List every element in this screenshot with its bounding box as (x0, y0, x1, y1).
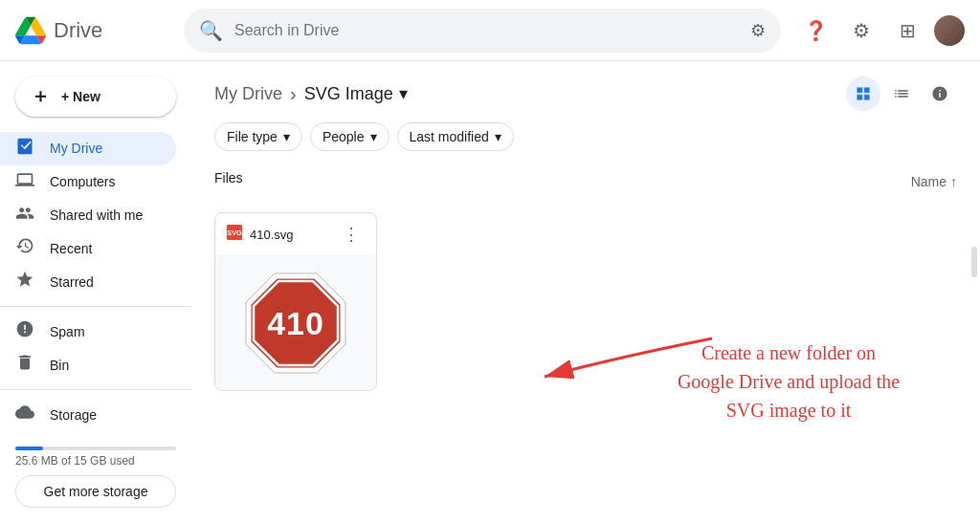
new-button[interactable]: ＋ + New (15, 76, 176, 117)
sidebar-item-my-drive-label: My Drive (50, 141, 102, 156)
sidebar: ＋ + New My Drive Computers Shared with m… (0, 61, 191, 523)
sidebar-item-starred-label: Starred (50, 274, 94, 290)
sidebar-item-spam[interactable]: Spam (0, 315, 176, 348)
storage-bar (15, 447, 176, 450)
breadcrumb: My Drive › SVG Image ▾ (214, 83, 408, 105)
file-card-header: SVG 410.svg ⋮ (215, 213, 376, 256)
scroll-indicator (971, 247, 977, 277)
sidebar-divider-2 (0, 389, 191, 390)
file-grid: SVG 410.svg ⋮ (214, 212, 957, 391)
filter-last-modified-label: Last modified (410, 129, 489, 144)
sidebar-divider (0, 306, 191, 307)
breadcrumb-current-label: SVG Image (304, 84, 393, 104)
view-controls (846, 76, 957, 111)
get-storage-button[interactable]: Get more storage (15, 475, 176, 508)
spam-icon (15, 319, 34, 343)
sidebar-item-bin[interactable]: Bin (0, 348, 176, 381)
filter-sliders-icon[interactable]: ⚙ (750, 20, 766, 41)
svg-text:SVG: SVG (227, 229, 242, 237)
filter-people[interactable]: People ▾ (310, 122, 390, 151)
topbar-right: ❓ ⚙ ⊞ (796, 11, 965, 50)
file-type-icon: SVG (227, 225, 242, 244)
plus-icon: ＋ (31, 83, 50, 109)
sidebar-item-computers[interactable]: Computers (0, 165, 176, 199)
section-label: Files (214, 170, 243, 185)
storage-text: 25.6 MB of 15 GB used (15, 454, 176, 468)
file-preview: 410 (215, 256, 376, 390)
sidebar-item-my-drive[interactable]: My Drive (0, 132, 176, 165)
logo-area: Drive (15, 15, 168, 46)
file-menu-button[interactable]: ⋮ (338, 221, 365, 248)
file-menu-icon: ⋮ (343, 224, 360, 245)
filter-file-type-label: File type (227, 129, 278, 144)
files-section: Files Name ↑ SVG 410.svg (214, 163, 957, 391)
main-layout: ＋ + New My Drive Computers Shared with m… (0, 61, 980, 523)
filter-file-type-icon: ▾ (283, 129, 290, 144)
search-bar[interactable]: 🔍 ⚙ (184, 9, 781, 53)
sidebar-item-recent[interactable]: Recent (0, 232, 176, 266)
file-name: 410.svg (250, 228, 294, 242)
bin-icon (15, 353, 34, 377)
filter-people-label: People (323, 129, 365, 144)
filter-last-modified[interactable]: Last modified ▾ (397, 122, 514, 151)
app-title: Drive (54, 18, 102, 43)
recent-icon (15, 236, 34, 260)
starred-icon (15, 270, 34, 294)
filters-row: File type ▾ People ▾ Last modified ▾ (214, 122, 957, 163)
sidebar-item-bin-label: Bin (50, 358, 69, 373)
file-card-title-area: SVG 410.svg (227, 225, 294, 244)
storage-bar-fill (15, 447, 43, 450)
stop-sign-preview: 410 (238, 266, 353, 381)
settings-button[interactable]: ⚙ (842, 11, 880, 50)
content-header: My Drive › SVG Image ▾ (214, 61, 957, 122)
new-button-label: + New (61, 89, 100, 104)
avatar[interactable] (934, 15, 965, 46)
search-icon: 🔍 (199, 19, 223, 42)
file-card[interactable]: SVG 410.svg ⋮ (214, 212, 377, 391)
sidebar-item-storage-label: Storage (50, 407, 97, 423)
help-button[interactable]: ❓ (796, 11, 835, 50)
my-drive-icon (15, 137, 34, 161)
breadcrumb-parent[interactable]: My Drive (214, 84, 282, 104)
shared-icon (15, 204, 34, 228)
sort-icon: ↑ (950, 174, 957, 189)
sidebar-item-shared-label: Shared with me (50, 207, 143, 223)
sidebar-item-shared[interactable]: Shared with me (0, 199, 176, 232)
breadcrumb-dropdown-icon: ▾ (399, 83, 408, 104)
sidebar-item-storage[interactable]: Storage (0, 398, 176, 431)
grid-view-button[interactable] (846, 76, 880, 111)
sidebar-item-starred[interactable]: Starred (0, 265, 176, 298)
search-input[interactable] (234, 22, 739, 39)
svg-text:410: 410 (267, 305, 324, 341)
filter-file-type[interactable]: File type ▾ (214, 122, 302, 151)
storage-section: 25.6 MB of 15 GB used Get more storage (0, 431, 191, 515)
filter-last-modified-icon: ▾ (495, 129, 501, 144)
sort-control[interactable]: Name ↑ (911, 174, 957, 189)
sidebar-item-recent-label: Recent (50, 241, 92, 256)
storage-icon (15, 403, 34, 426)
sort-label-text: Name (911, 174, 947, 189)
apps-button[interactable]: ⊞ (888, 11, 926, 50)
info-button[interactable] (923, 76, 957, 111)
sidebar-item-spam-label: Spam (50, 324, 85, 339)
google-drive-logo (15, 15, 46, 46)
list-view-button[interactable] (884, 76, 919, 111)
topbar: Drive 🔍 ⚙ ❓ ⚙ ⊞ (0, 0, 980, 61)
filter-people-icon: ▾ (370, 129, 377, 144)
breadcrumb-current[interactable]: SVG Image ▾ (304, 83, 408, 104)
computers-icon (15, 170, 34, 194)
breadcrumb-separator: › (290, 83, 297, 105)
sidebar-item-computers-label: Computers (50, 174, 115, 189)
content-area: My Drive › SVG Image ▾ (191, 61, 980, 523)
